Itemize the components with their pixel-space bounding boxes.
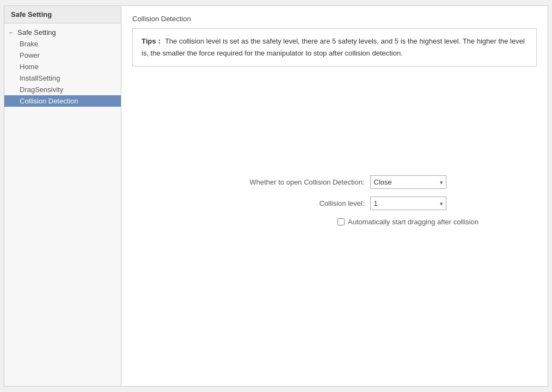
sidebar-item-label: Safe Setting	[17, 28, 56, 36]
sidebar-item-home[interactable]: Home	[4, 61, 121, 72]
sidebar-item-power[interactable]: Power	[4, 50, 121, 61]
collision-detection-select-wrapper: Close Open	[370, 175, 446, 189]
collision-level-label: Collision level:	[223, 199, 365, 207]
sidebar-item-brake[interactable]: Brake	[4, 38, 121, 50]
main-content: Collision Detection Tips： The collision …	[121, 6, 548, 386]
auto-drag-checkbox[interactable]	[338, 218, 345, 225]
sidebar-item-install-setting[interactable]: InstallSetting	[4, 72, 121, 84]
tips-box: Tips： The collision level is set as the …	[132, 28, 537, 66]
auto-drag-label[interactable]: Automatically start dragging after colli…	[348, 218, 479, 226]
collision-detection-select[interactable]: Close Open	[370, 175, 446, 189]
page-title: Collision Detection	[132, 15, 537, 23]
sidebar: Safe Setting − Safe Setting Brake Power …	[4, 6, 121, 386]
sidebar-tree: − Safe Setting Brake Power Home InstallS…	[4, 23, 121, 110]
sidebar-item-collision-detection[interactable]: Collision Detection	[4, 95, 121, 107]
sidebar-item-label: Collision Detection	[20, 97, 78, 105]
form-section: Whether to open Collision Detection: Clo…	[132, 175, 537, 226]
sidebar-item-label: InstallSetting	[20, 74, 60, 82]
sidebar-item-label: DragSensivity	[20, 85, 63, 94]
app-container: Safe Setting − Safe Setting Brake Power …	[4, 5, 548, 387]
sidebar-item-safe-setting[interactable]: − Safe Setting	[4, 27, 121, 38]
sidebar-item-label: Brake	[20, 40, 38, 48]
sidebar-item-label: Power	[20, 51, 40, 59]
sidebar-header: Safe Setting	[4, 6, 121, 23]
tips-label: Tips：	[142, 37, 163, 45]
auto-drag-row: Automatically start dragging after colli…	[338, 218, 479, 226]
collision-level-row: Collision level: 1 2 3 4 5	[223, 197, 446, 210]
collision-detection-label: Whether to open Collision Detection:	[223, 178, 365, 186]
sidebar-item-label: Home	[20, 63, 39, 71]
sidebar-item-drag-sensivity[interactable]: DragSensivity	[4, 84, 121, 95]
collision-detection-row: Whether to open Collision Detection: Clo…	[223, 175, 446, 189]
collision-level-select[interactable]: 1 2 3 4 5	[370, 197, 446, 210]
collision-level-select-wrapper: 1 2 3 4 5	[370, 197, 446, 210]
tips-text: The collision level is set as the safety…	[142, 37, 525, 57]
tree-toggle-icon: −	[9, 29, 15, 36]
